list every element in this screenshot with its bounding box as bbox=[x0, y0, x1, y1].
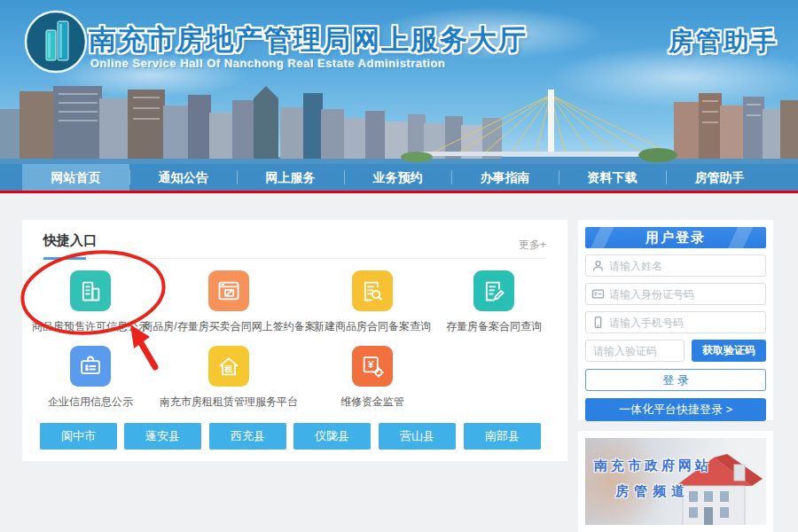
name-input[interactable] bbox=[585, 254, 766, 277]
integrated-platform-quick-login-button[interactable]: 一体化平台快捷登录 > bbox=[585, 398, 766, 421]
county-button-xichong[interactable]: 西充县 bbox=[209, 423, 286, 450]
site-logo-icon[interactable] bbox=[23, 9, 89, 74]
gov-banner-panel: 南充市政府网站 房管频道 bbox=[578, 431, 773, 532]
page-subtitle: Online Service Hall Of Nanchong Real Est… bbox=[90, 57, 446, 70]
quick-entry-title: 快捷入口 bbox=[43, 232, 97, 247]
more-link[interactable]: 更多+ bbox=[519, 238, 546, 253]
quick-entry-maintenance-fund[interactable]: ¥ 维修资金监管 bbox=[284, 346, 461, 410]
login-button[interactable]: 登 录 bbox=[585, 369, 766, 391]
id-number-input[interactable] bbox=[585, 283, 766, 305]
county-button-yilong[interactable]: 仪陇县 bbox=[293, 423, 371, 450]
svg-text:¥: ¥ bbox=[368, 358, 374, 370]
phone-input[interactable] bbox=[585, 311, 766, 333]
nav-item-downloads[interactable]: 资料下载 bbox=[559, 164, 666, 191]
main-nav: 网站首页 通知公告 网上服务 业务预约 办事指南 资料下载 房管助手 bbox=[0, 164, 798, 193]
quick-entry-panel: 快捷入口 更多+ 商品房预售许可信息公示 bbox=[22, 220, 567, 461]
county-button-nanbu[interactable]: 南部县 bbox=[464, 423, 541, 450]
county-button-pengan[interactable]: 蓬安县 bbox=[124, 423, 201, 450]
user-login-panel: 用户登录 获取验证码 登 录 一体化平台快捷登录 > bbox=[578, 220, 773, 420]
browser-window-icon bbox=[208, 270, 249, 311]
page: 南充市房地产管理局网上服务大厅 Online Service Hall Of N… bbox=[0, 0, 798, 532]
county-button-langzhong[interactable]: 阆中市 bbox=[40, 423, 117, 450]
quick-entry-header: 快捷入口 更多+ bbox=[43, 232, 546, 259]
phone-field-wrap bbox=[585, 311, 766, 333]
quick-entry-stock-home-contract-query[interactable]: 存量房备案合同查询 bbox=[405, 270, 583, 334]
document-edit-icon bbox=[473, 270, 514, 311]
nav-item-appointment[interactable]: 业务预约 bbox=[344, 164, 451, 191]
nav-item-assistant[interactable]: 房管助手 bbox=[666, 164, 773, 191]
name-field-wrap bbox=[585, 254, 766, 277]
banner-text: 南充市政府网站 房管频道 bbox=[594, 458, 712, 500]
assistant-header-label: 房管助手 bbox=[669, 25, 778, 59]
nav-item-announcements[interactable]: 通知公告 bbox=[129, 164, 237, 191]
nav-item-online-services[interactable]: 网上服务 bbox=[237, 164, 344, 191]
building-icon bbox=[70, 270, 111, 311]
mobile-phone-icon bbox=[591, 316, 605, 329]
nav-item-home[interactable]: 网站首页 bbox=[22, 164, 129, 191]
credential-badge-icon bbox=[70, 346, 111, 387]
fund-supervision-icon: ¥ bbox=[352, 346, 393, 387]
city-skyline-image bbox=[0, 82, 798, 164]
site-header: 南充市房地产管理局网上服务大厅 Online Service Hall Of N… bbox=[0, 0, 798, 164]
svg-text:租: 租 bbox=[223, 364, 233, 373]
get-captcha-button[interactable]: 获取验证码 bbox=[692, 340, 766, 362]
id-field-wrap bbox=[585, 283, 766, 305]
county-button-yingshan[interactable]: 营山县 bbox=[379, 423, 456, 450]
document-search-icon bbox=[352, 270, 393, 311]
house-rent-icon: 租 bbox=[208, 346, 249, 387]
page-title: 南充市房地产管理局网上服务大厅 bbox=[89, 21, 528, 59]
nav-item-guide[interactable]: 办事指南 bbox=[451, 164, 559, 191]
title-underline bbox=[43, 257, 86, 260]
login-panel-title: 用户登录 bbox=[585, 227, 766, 248]
id-card-icon bbox=[591, 287, 605, 301]
captcha-input[interactable] bbox=[585, 340, 685, 362]
gov-website-banner[interactable]: 南充市政府网站 房管频道 bbox=[585, 438, 766, 525]
person-icon bbox=[591, 259, 605, 272]
captcha-row: 获取验证码 bbox=[585, 340, 766, 362]
